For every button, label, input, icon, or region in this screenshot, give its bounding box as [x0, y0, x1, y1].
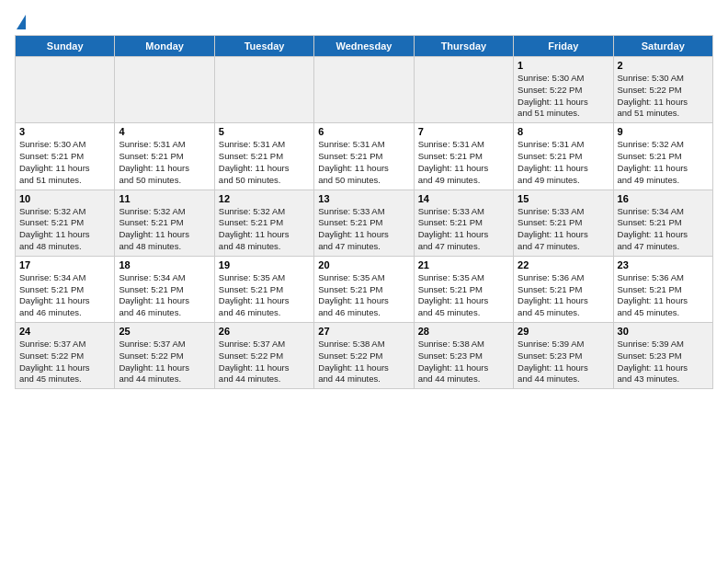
day-info: Sunrise: 5:30 AMSunset: 5:22 PMDaylight:…: [618, 73, 709, 120]
day-info: Sunrise: 5:30 AMSunset: 5:22 PMDaylight:…: [518, 73, 609, 120]
calendar-cell: 2Sunrise: 5:30 AMSunset: 5:22 PMDaylight…: [613, 57, 712, 123]
day-info: Sunrise: 5:37 AMSunset: 5:22 PMDaylight:…: [19, 339, 110, 385]
calendar-cell: 15Sunrise: 5:33 AMSunset: 5:21 PMDayligh…: [514, 190, 613, 256]
logo-icon: [17, 15, 26, 29]
calendar-cell: [115, 57, 214, 123]
day-number: 8: [518, 126, 609, 137]
day-number: 12: [219, 193, 310, 204]
calendar-cell: 1Sunrise: 5:30 AMSunset: 5:22 PMDaylight…: [514, 57, 613, 123]
calendar-cell: 23Sunrise: 5:36 AMSunset: 5:21 PMDayligh…: [613, 256, 712, 322]
week-row-1: 1Sunrise: 5:30 AMSunset: 5:22 PMDaylight…: [16, 57, 713, 123]
day-number: 25: [119, 326, 210, 337]
calendar-cell: 3Sunrise: 5:30 AMSunset: 5:21 PMDaylight…: [16, 123, 115, 190]
day-info: Sunrise: 5:37 AMSunset: 5:22 PMDaylight:…: [119, 339, 210, 385]
calendar-cell: [314, 57, 414, 123]
day-number: 15: [518, 193, 609, 204]
day-number: 11: [119, 193, 210, 204]
day-number: 3: [19, 126, 110, 137]
day-number: 26: [219, 326, 310, 337]
day-info: Sunrise: 5:32 AMSunset: 5:21 PMDaylight:…: [219, 206, 310, 253]
calendar-cell: 24Sunrise: 5:37 AMSunset: 5:22 PMDayligh…: [16, 323, 115, 389]
day-info: Sunrise: 5:30 AMSunset: 5:21 PMDaylight:…: [19, 139, 110, 186]
day-number: 5: [219, 126, 310, 137]
day-info: Sunrise: 5:35 AMSunset: 5:21 PMDaylight:…: [418, 272, 509, 319]
logo: [15, 15, 26, 29]
day-info: Sunrise: 5:38 AMSunset: 5:23 PMDaylight:…: [418, 339, 509, 385]
day-info: Sunrise: 5:35 AMSunset: 5:21 PMDaylight:…: [318, 272, 409, 319]
calendar-cell: 30Sunrise: 5:39 AMSunset: 5:23 PMDayligh…: [613, 323, 712, 389]
day-number: 19: [219, 259, 310, 270]
day-info: Sunrise: 5:31 AMSunset: 5:21 PMDaylight:…: [219, 139, 310, 186]
calendar-cell: 17Sunrise: 5:34 AMSunset: 5:21 PMDayligh…: [16, 256, 115, 322]
weekday-thursday: Thursday: [414, 36, 513, 57]
day-number: 7: [418, 126, 509, 137]
calendar-cell: 29Sunrise: 5:39 AMSunset: 5:23 PMDayligh…: [514, 323, 613, 389]
day-info: Sunrise: 5:38 AMSunset: 5:22 PMDaylight:…: [318, 339, 409, 385]
calendar-cell: 22Sunrise: 5:36 AMSunset: 5:21 PMDayligh…: [514, 256, 613, 322]
calendar-cell: 26Sunrise: 5:37 AMSunset: 5:22 PMDayligh…: [214, 323, 313, 389]
calendar-cell: 4Sunrise: 5:31 AMSunset: 5:21 PMDaylight…: [115, 123, 214, 190]
week-row-4: 17Sunrise: 5:34 AMSunset: 5:21 PMDayligh…: [16, 256, 713, 322]
day-info: Sunrise: 5:36 AMSunset: 5:21 PMDaylight:…: [618, 272, 709, 319]
day-number: 17: [19, 259, 110, 270]
day-info: Sunrise: 5:34 AMSunset: 5:21 PMDaylight:…: [618, 206, 709, 253]
calendar-cell: 21Sunrise: 5:35 AMSunset: 5:21 PMDayligh…: [414, 256, 513, 322]
calendar-cell: 14Sunrise: 5:33 AMSunset: 5:21 PMDayligh…: [414, 190, 513, 256]
calendar-cell: 11Sunrise: 5:32 AMSunset: 5:21 PMDayligh…: [115, 190, 214, 256]
weekday-tuesday: Tuesday: [214, 36, 313, 57]
calendar-cell: 25Sunrise: 5:37 AMSunset: 5:22 PMDayligh…: [115, 323, 214, 389]
day-info: Sunrise: 5:33 AMSunset: 5:21 PMDaylight:…: [518, 206, 609, 253]
day-info: Sunrise: 5:32 AMSunset: 5:21 PMDaylight:…: [119, 206, 210, 253]
day-info: Sunrise: 5:35 AMSunset: 5:21 PMDaylight:…: [219, 272, 310, 319]
day-number: 30: [618, 326, 709, 337]
day-number: 28: [418, 326, 509, 337]
calendar-cell: 6Sunrise: 5:31 AMSunset: 5:21 PMDaylight…: [314, 123, 414, 190]
weekday-wednesday: Wednesday: [314, 36, 414, 57]
day-number: 18: [119, 259, 210, 270]
day-number: 9: [618, 126, 709, 137]
calendar-cell: 5Sunrise: 5:31 AMSunset: 5:21 PMDaylight…: [214, 123, 313, 190]
day-info: Sunrise: 5:36 AMSunset: 5:21 PMDaylight:…: [518, 272, 609, 319]
calendar-table: SundayMondayTuesdayWednesdayThursdayFrid…: [15, 35, 713, 389]
calendar-cell: 27Sunrise: 5:38 AMSunset: 5:22 PMDayligh…: [314, 323, 414, 389]
calendar-cell: 18Sunrise: 5:34 AMSunset: 5:21 PMDayligh…: [115, 256, 214, 322]
day-number: 14: [418, 193, 509, 204]
calendar-cell: 20Sunrise: 5:35 AMSunset: 5:21 PMDayligh…: [314, 256, 414, 322]
day-info: Sunrise: 5:31 AMSunset: 5:21 PMDaylight:…: [418, 139, 509, 186]
day-info: Sunrise: 5:33 AMSunset: 5:21 PMDaylight:…: [418, 206, 509, 253]
week-row-5: 24Sunrise: 5:37 AMSunset: 5:22 PMDayligh…: [16, 323, 713, 389]
weekday-friday: Friday: [514, 36, 613, 57]
day-number: 29: [518, 326, 609, 337]
day-number: 21: [418, 259, 509, 270]
day-number: 2: [618, 60, 709, 71]
day-info: Sunrise: 5:32 AMSunset: 5:21 PMDaylight:…: [19, 206, 110, 253]
calendar-cell: [414, 57, 513, 123]
day-number: 6: [318, 126, 409, 137]
day-number: 23: [618, 259, 709, 270]
calendar-cell: [214, 57, 313, 123]
day-number: 24: [19, 326, 110, 337]
day-number: 22: [518, 259, 609, 270]
calendar-cell: 8Sunrise: 5:31 AMSunset: 5:21 PMDaylight…: [514, 123, 613, 190]
day-number: 1: [518, 60, 609, 71]
weekday-saturday: Saturday: [613, 36, 712, 57]
page-container: SundayMondayTuesdayWednesdayThursdayFrid…: [15, 15, 713, 389]
calendar-cell: 13Sunrise: 5:33 AMSunset: 5:21 PMDayligh…: [314, 190, 414, 256]
weekday-header-row: SundayMondayTuesdayWednesdayThursdayFrid…: [16, 36, 713, 57]
week-row-3: 10Sunrise: 5:32 AMSunset: 5:21 PMDayligh…: [16, 190, 713, 256]
day-number: 13: [318, 193, 409, 204]
day-info: Sunrise: 5:32 AMSunset: 5:21 PMDaylight:…: [618, 139, 709, 186]
day-info: Sunrise: 5:34 AMSunset: 5:21 PMDaylight:…: [119, 272, 210, 319]
day-info: Sunrise: 5:39 AMSunset: 5:23 PMDaylight:…: [518, 339, 609, 385]
calendar-cell: 19Sunrise: 5:35 AMSunset: 5:21 PMDayligh…: [214, 256, 313, 322]
day-info: Sunrise: 5:33 AMSunset: 5:21 PMDaylight:…: [318, 206, 409, 253]
weekday-monday: Monday: [115, 36, 214, 57]
calendar-cell: 7Sunrise: 5:31 AMSunset: 5:21 PMDaylight…: [414, 123, 513, 190]
weekday-sunday: Sunday: [16, 36, 115, 57]
day-info: Sunrise: 5:31 AMSunset: 5:21 PMDaylight:…: [518, 139, 609, 186]
day-number: 4: [119, 126, 210, 137]
calendar-cell: 12Sunrise: 5:32 AMSunset: 5:21 PMDayligh…: [214, 190, 313, 256]
calendar-cell: 9Sunrise: 5:32 AMSunset: 5:21 PMDaylight…: [613, 123, 712, 190]
day-info: Sunrise: 5:31 AMSunset: 5:21 PMDaylight:…: [318, 139, 409, 186]
header: [15, 15, 713, 29]
